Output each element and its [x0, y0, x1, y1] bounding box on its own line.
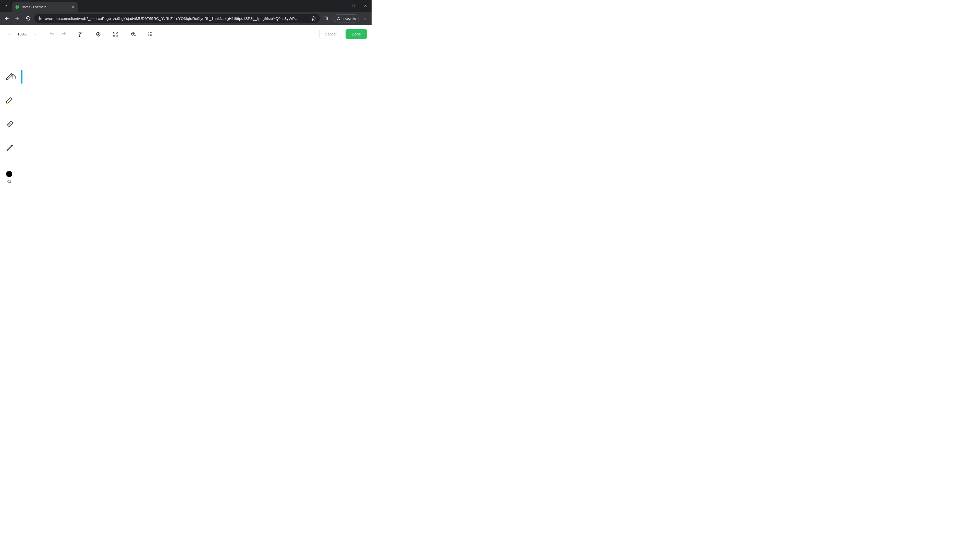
svg-line-37	[116, 35, 118, 36]
svg-point-21	[365, 19, 366, 20]
side-panel-icon	[324, 16, 328, 21]
svg-point-44	[151, 34, 152, 35]
svg-point-40	[150, 32, 151, 33]
plus-icon	[33, 32, 37, 36]
bookmark-star-icon[interactable]	[311, 16, 316, 21]
minus-icon	[8, 32, 11, 36]
incognito-chip[interactable]: Incognito	[334, 14, 359, 22]
done-button[interactable]: Done	[345, 29, 367, 39]
tab-search-dropdown[interactable]	[0, 0, 12, 12]
grid-dots-icon	[148, 32, 153, 37]
svg-point-39	[148, 32, 149, 33]
svg-point-15	[39, 19, 40, 20]
new-tab-button[interactable]	[80, 3, 88, 11]
svg-rect-5	[352, 5, 354, 7]
eraser-icon	[5, 119, 14, 128]
expand-icon	[113, 32, 118, 37]
sketch-toolbar: 100% Cancel Done	[0, 25, 372, 43]
cutter-icon	[5, 142, 14, 151]
chevron-down-icon	[4, 4, 8, 8]
svg-rect-17	[324, 17, 328, 20]
browser-toolbar: evernote.com/client/web?_sourcePage=ze9b…	[0, 12, 372, 25]
plus-icon	[82, 5, 86, 9]
minimize-button[interactable]	[335, 0, 347, 12]
center-tool-button[interactable]	[93, 29, 103, 40]
svg-line-52	[11, 145, 12, 146]
svg-line-36	[114, 32, 115, 33]
incognito-label: Incognito	[342, 17, 356, 21]
redo-icon	[61, 32, 66, 37]
back-button[interactable]	[2, 14, 11, 23]
reload-icon	[25, 16, 30, 21]
svg-point-20	[365, 18, 366, 19]
side-panel-button[interactable]	[321, 14, 331, 23]
svg-point-29	[98, 34, 99, 35]
zoom-out-button[interactable]	[5, 29, 14, 39]
pen-icon	[5, 72, 14, 81]
address-bar[interactable]: evernote.com/client/web?_sourcePage=ze9b…	[34, 14, 320, 23]
shapes-tool-button[interactable]	[76, 29, 86, 40]
undo-button[interactable]	[46, 29, 57, 40]
zoom-level: 100%	[15, 32, 29, 36]
reload-button[interactable]	[24, 14, 33, 23]
selection-tool-button[interactable]	[5, 142, 15, 152]
tab-close-button[interactable]	[72, 5, 75, 8]
svg-line-35	[114, 35, 115, 36]
url-text: evernote.com/client/web?_sourcePage=ze9b…	[45, 16, 309, 21]
svg-line-51	[9, 123, 11, 125]
svg-marker-16	[312, 16, 316, 21]
arrow-left-icon	[4, 16, 9, 21]
svg-point-43	[150, 34, 151, 35]
highlighter-tool-button[interactable]	[5, 95, 15, 105]
current-color-swatch[interactable]	[6, 171, 12, 177]
fill-tool-button[interactable]	[127, 29, 138, 40]
stroke-size-label: 02	[7, 179, 11, 183]
svg-marker-27	[79, 35, 80, 37]
browser-tab-active[interactable]: Notes - Evernote	[12, 2, 78, 12]
arrow-right-icon	[15, 16, 20, 21]
maximize-button[interactable]	[347, 0, 360, 12]
forward-button[interactable]	[13, 14, 22, 23]
incognito-icon	[336, 16, 341, 21]
cancel-button[interactable]: Cancel	[319, 29, 342, 39]
svg-point-46	[150, 35, 151, 36]
svg-point-25	[79, 32, 81, 34]
undo-icon	[49, 32, 55, 37]
shapes-icon	[78, 31, 84, 37]
paint-bucket-icon	[130, 31, 136, 37]
svg-point-38	[135, 35, 135, 36]
close-icon	[364, 4, 367, 8]
site-settings-icon[interactable]	[38, 16, 42, 21]
svg-line-48	[11, 74, 12, 76]
redo-button[interactable]	[58, 29, 69, 40]
svg-point-47	[151, 35, 152, 36]
browser-tab-strip: Notes - Evernote	[0, 0, 372, 12]
eraser-tool-button[interactable]	[5, 118, 15, 129]
drawing-tools-sidebar	[5, 71, 15, 152]
svg-point-13	[39, 17, 40, 17]
minimize-icon	[339, 4, 343, 8]
svg-rect-26	[81, 32, 83, 34]
browser-menu-button[interactable]	[360, 14, 369, 23]
evernote-favicon-icon	[15, 5, 19, 9]
svg-point-19	[365, 17, 366, 17]
maximize-icon	[352, 4, 355, 7]
kebab-menu-icon	[363, 16, 367, 21]
grid-menu-button[interactable]	[145, 29, 156, 40]
color-picker-section: 02	[6, 171, 12, 183]
dot-grid-background	[0, 43, 372, 208]
svg-point-45	[148, 35, 149, 36]
close-window-button[interactable]	[360, 0, 372, 12]
highlighter-icon	[5, 95, 14, 105]
close-icon	[72, 5, 75, 8]
zoom-in-button[interactable]	[30, 29, 40, 39]
svg-point-14	[40, 18, 41, 19]
svg-point-41	[151, 32, 152, 33]
svg-point-42	[148, 34, 149, 35]
svg-line-34	[116, 32, 118, 33]
pen-tool-button[interactable]	[5, 71, 15, 82]
expand-tool-button[interactable]	[110, 29, 121, 40]
tab-title: Notes - Evernote	[21, 5, 69, 9]
sketch-canvas[interactable]: 02	[0, 43, 372, 208]
window-controls	[335, 0, 372, 12]
